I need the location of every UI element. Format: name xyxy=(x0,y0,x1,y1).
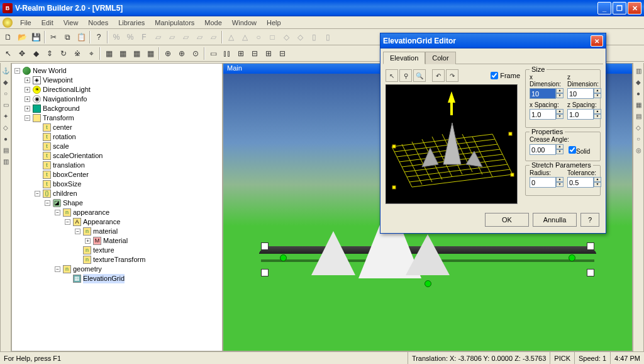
menu-window[interactable]: Window xyxy=(227,18,262,28)
tree-shape[interactable]: Shape xyxy=(63,198,83,208)
tree-expander[interactable]: − xyxy=(75,229,80,234)
tree-expander[interactable]: − xyxy=(55,266,60,272)
help-button[interactable]: ? xyxy=(580,213,599,227)
zdim-input[interactable] xyxy=(567,88,594,99)
rvt-a[interactable]: ▥ xyxy=(633,65,643,76)
restore-button[interactable]: ❐ xyxy=(613,2,626,14)
rvt-d[interactable]: ▦ xyxy=(633,100,643,110)
menu-nodes[interactable]: Nodes xyxy=(83,18,113,28)
spin-up[interactable]: ▲ xyxy=(594,109,601,114)
tree-expander[interactable]: + xyxy=(25,96,30,102)
tree-rotation[interactable]: rotation xyxy=(53,132,76,142)
zspacing-input[interactable] xyxy=(567,109,594,120)
tb2-f[interactable]: ▦ xyxy=(116,47,130,60)
tb1-c[interactable]: F xyxy=(137,30,151,44)
tree-viewpoint[interactable]: Viewpoint xyxy=(43,76,73,85)
radius-input[interactable] xyxy=(530,177,556,188)
menu-view[interactable]: View xyxy=(58,18,84,28)
tree-bboxsize[interactable]: bboxSize xyxy=(53,179,81,189)
tree-expander[interactable]: + xyxy=(85,238,91,244)
tb1-h[interactable]: ▱ xyxy=(206,30,220,44)
tb1-e[interactable]: ▱ xyxy=(165,30,179,44)
tb1-l[interactable]: □ xyxy=(265,30,279,44)
spin-up[interactable]: ▲ xyxy=(556,88,564,93)
tree-navinfo[interactable]: NavigationInfo xyxy=(43,94,87,104)
selection-handle[interactable] xyxy=(261,242,269,250)
tree-geometry[interactable]: geometry xyxy=(73,264,102,274)
tab-color[interactable]: Color xyxy=(425,52,455,64)
rvt-h[interactable]: ◎ xyxy=(633,145,643,155)
dlg-magnify-icon[interactable]: ⚲ xyxy=(399,69,412,82)
rvt-b[interactable]: ◆ xyxy=(633,77,643,87)
tb1-o[interactable]: ▯ xyxy=(307,30,321,44)
vt-f[interactable]: ● xyxy=(1,134,11,144)
spin-down[interactable]: ▼ xyxy=(556,114,564,119)
tb2-b[interactable]: ↻ xyxy=(57,47,70,60)
tb1-p[interactable]: ▯ xyxy=(321,30,335,44)
vt-anchor-icon[interactable]: ⚓ xyxy=(1,65,11,76)
tb2-d[interactable]: ⌖ xyxy=(84,47,98,60)
tree-expander[interactable]: + xyxy=(25,106,30,111)
help-button[interactable]: ? xyxy=(92,30,106,44)
tolerance-input[interactable] xyxy=(567,177,594,188)
tree-texture[interactable]: texture xyxy=(93,246,114,255)
tb1-g[interactable]: ▱ xyxy=(192,30,206,44)
vt-c[interactable]: ▭ xyxy=(1,100,11,110)
spin-down[interactable]: ▼ xyxy=(556,149,564,154)
tree-scaleorient[interactable]: scaleOrientation xyxy=(53,151,103,161)
new-button[interactable]: 🗋 xyxy=(1,30,15,44)
solid-checkbox-label[interactable]: Solid xyxy=(569,146,590,155)
tree-expander[interactable]: + xyxy=(25,77,30,83)
dlg-zoom-icon[interactable]: 🔍 xyxy=(413,69,426,82)
menu-edit[interactable]: Edit xyxy=(36,18,58,28)
xdim-input[interactable] xyxy=(530,88,556,99)
tree-expander[interactable]: − xyxy=(65,219,70,225)
vt-d[interactable]: ✦ xyxy=(1,111,11,121)
move-icon[interactable]: ✥ xyxy=(15,47,29,60)
vt-a[interactable]: ◆ xyxy=(1,77,11,87)
menu-manipulators[interactable]: Manipulators xyxy=(150,18,199,28)
layout-4-icon[interactable]: ⊟ xyxy=(248,47,262,60)
tree-translation[interactable]: translation xyxy=(53,161,85,170)
cancel-button[interactable]: Annulla xyxy=(533,213,577,227)
minimize-button[interactable]: _ xyxy=(597,2,611,14)
layout-6-icon[interactable]: ⊟ xyxy=(275,47,289,60)
layout-2-icon[interactable]: ⫿⫿ xyxy=(220,47,234,60)
spin-down[interactable]: ▼ xyxy=(556,182,564,187)
ok-button[interactable]: OK xyxy=(485,213,529,227)
tb1-k[interactable]: ○ xyxy=(252,30,265,44)
dialog-preview-canvas[interactable] xyxy=(386,84,518,204)
tree-elevationgrid[interactable]: ElevationGrid xyxy=(83,274,125,283)
layout-1-icon[interactable]: ▭ xyxy=(206,47,220,60)
spin-down[interactable]: ▼ xyxy=(556,93,564,98)
spin-up[interactable]: ▲ xyxy=(556,109,564,114)
selection-handle[interactable] xyxy=(261,269,269,276)
tree-textransform[interactable]: textureTransform xyxy=(93,255,145,264)
vt-h[interactable]: ▥ xyxy=(1,156,11,166)
tree-transform[interactable]: Transform xyxy=(43,113,74,123)
crease-input[interactable] xyxy=(530,144,556,155)
tree-expander[interactable]: − xyxy=(35,191,40,196)
spin-up[interactable]: ▲ xyxy=(556,144,564,149)
close-button[interactable]: ✕ xyxy=(628,2,641,14)
tb1-m[interactable]: ◇ xyxy=(279,30,293,44)
tb2-c[interactable]: ※ xyxy=(70,47,84,60)
tree-expander[interactable]: − xyxy=(14,68,20,74)
manipulator-handle[interactable] xyxy=(569,254,575,261)
tree-appearance-node[interactable]: Appearance xyxy=(83,217,120,227)
menu-help[interactable]: Help xyxy=(262,18,286,28)
rvt-e[interactable]: ▤ xyxy=(633,111,643,121)
tree-expander[interactable]: + xyxy=(25,87,30,93)
tree-children[interactable]: children xyxy=(53,189,77,198)
spin-up[interactable]: ▲ xyxy=(556,177,564,182)
tree-bboxcenter[interactable]: bboxCenter xyxy=(53,170,89,179)
vt-e[interactable]: ◇ xyxy=(1,122,11,132)
nav-icon[interactable]: ◆ xyxy=(29,47,43,60)
paste-button[interactable]: 📋 xyxy=(74,30,88,44)
tb2-j[interactable]: ⊕ xyxy=(175,47,189,60)
spin-up[interactable]: ▲ xyxy=(594,88,601,93)
xspacing-input[interactable] xyxy=(530,109,556,120)
menu-mode[interactable]: Mode xyxy=(199,18,227,28)
spin-down[interactable]: ▼ xyxy=(594,182,601,187)
spin-down[interactable]: ▼ xyxy=(594,114,601,119)
